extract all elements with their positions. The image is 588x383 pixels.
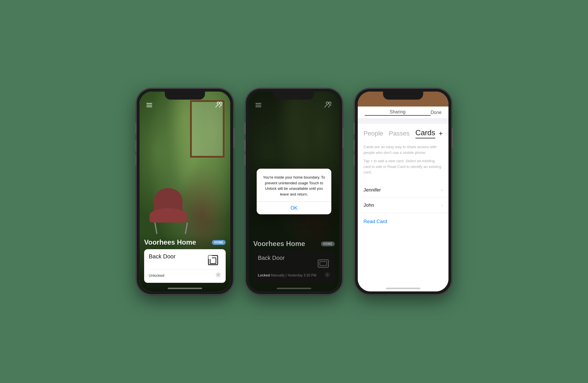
tab-passes[interactable]: Passes xyxy=(389,130,410,137)
chair-leg-left xyxy=(154,223,158,234)
tab-people[interactable]: People xyxy=(363,130,383,137)
door-card-top: Back Door xyxy=(149,253,221,267)
people-icon[interactable] xyxy=(215,100,223,110)
phone3-background: Sharing Done People Passes Cards + Cards… xyxy=(358,92,448,291)
chair xyxy=(148,188,194,234)
sharing-label: Sharing xyxy=(390,109,405,114)
home-badge: HOME xyxy=(212,240,226,245)
hamburger-button[interactable] xyxy=(146,103,152,107)
jennifer-label: Jennifer xyxy=(363,187,381,193)
home-indicator-3[interactable] xyxy=(386,288,420,289)
door-card-bottom: Unlocked xyxy=(149,269,221,279)
phone-2: You're inside your home boundary. To pre… xyxy=(245,88,343,295)
chevron-jennifer: › xyxy=(441,187,443,193)
door-status: Unlocked xyxy=(149,273,164,278)
phone-3: Sharing Done People Passes Cards + Cards… xyxy=(354,88,452,295)
notch-3 xyxy=(383,92,423,100)
gear-icon[interactable] xyxy=(215,272,221,279)
list-item-jennifer[interactable]: Jennifer › xyxy=(358,183,448,198)
status-bar-1 xyxy=(140,101,230,109)
tab-cards[interactable]: Cards xyxy=(415,128,435,138)
svg-rect-4 xyxy=(208,256,212,259)
dialog-ok-button[interactable]: OK xyxy=(257,202,331,214)
door-name: Back Door xyxy=(149,253,175,260)
phone3-content: People Passes Cards + Cards are an easy … xyxy=(358,124,448,291)
done-button[interactable]: Done xyxy=(431,110,442,115)
location-name: Voorhees Home xyxy=(144,238,196,246)
cards-description: Cards are an easy way to share access wi… xyxy=(358,141,448,183)
phone2-background: You're inside your home boundary. To pre… xyxy=(249,92,339,291)
svg-point-5 xyxy=(218,274,219,276)
sharing-tab[interactable]: Sharing xyxy=(365,109,431,116)
door-card[interactable]: Back Door Unlocked xyxy=(144,249,226,283)
phone1-background: Voorhees Home HOME Back Door xyxy=(140,92,230,291)
notch-2 xyxy=(274,92,314,100)
dialog-content: You're inside your home boundary. To pre… xyxy=(257,169,331,202)
phone1-bottom: Voorhees Home HOME Back Door xyxy=(140,234,230,291)
hamburger-icon xyxy=(146,103,152,107)
dialog-box: You're inside your home boundary. To pre… xyxy=(257,169,331,214)
chair-leg-right xyxy=(185,223,188,234)
dialog-message: You're inside your home boundary. To pre… xyxy=(262,175,326,197)
add-card-button[interactable]: + xyxy=(439,129,443,138)
tab-row: People Passes Cards + xyxy=(358,124,448,141)
location-row: Voorhees Home HOME xyxy=(144,238,226,246)
phone-1: Voorhees Home HOME Back Door xyxy=(136,88,234,295)
description-line1: Cards are an easy way to share access wi… xyxy=(363,144,443,155)
description-line2: Tap + to add a new card. Select an exist… xyxy=(363,158,443,175)
list-item-john[interactable]: John › xyxy=(358,198,448,213)
svg-point-0 xyxy=(217,102,219,104)
chair-seat xyxy=(150,208,187,223)
read-card-label: Read Card xyxy=(363,219,387,224)
phone3-nav: Sharing Done xyxy=(358,107,448,119)
unlock-icon xyxy=(207,253,221,267)
sharing-underline xyxy=(365,115,431,116)
read-card-section[interactable]: Read Card xyxy=(358,214,448,229)
chevron-john: › xyxy=(441,203,443,208)
svg-point-1 xyxy=(220,102,222,104)
john-label: John xyxy=(363,202,374,208)
notch-1 xyxy=(165,92,205,100)
home-indicator-1[interactable] xyxy=(168,288,202,289)
home-indicator-2[interactable] xyxy=(277,288,311,289)
